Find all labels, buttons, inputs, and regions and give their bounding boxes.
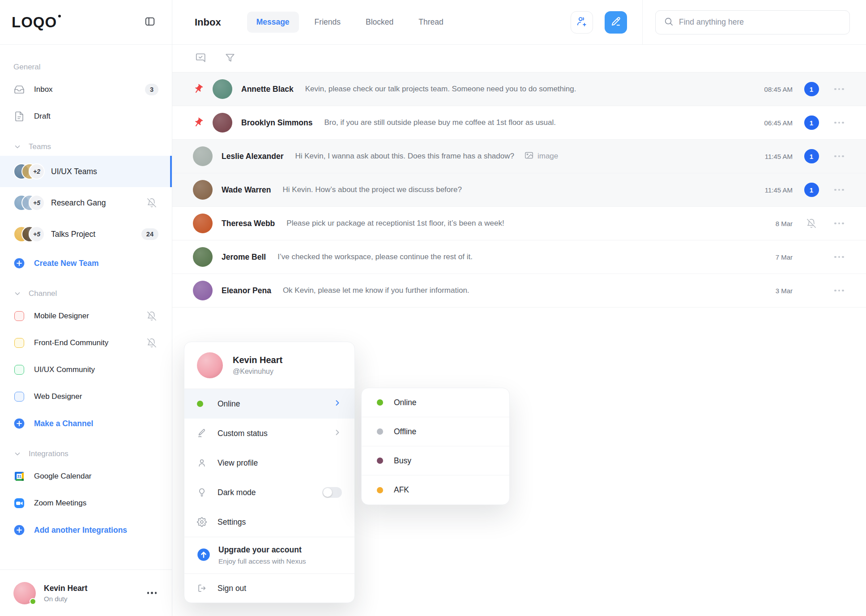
message-time: 8 Mar	[758, 220, 793, 227]
sidebar-item-label: UI/UX Community	[34, 365, 158, 374]
menu-item-sign-out[interactable]: Sign out	[184, 574, 354, 603]
section-header-teams[interactable]: Teams	[0, 142, 172, 151]
sidebar-item-integration[interactable]: Zoom Meetings	[0, 490, 172, 517]
upgrade-arrow-icon	[197, 548, 210, 563]
toggle-knob	[323, 488, 332, 497]
chevron-right-icon	[333, 428, 342, 439]
message-more-button[interactable]	[830, 189, 848, 191]
message-row[interactable]: Wade WarrenHi Kevin. How’s about the pro…	[172, 173, 866, 207]
sidebar-item-integration[interactable]: 31Google Calendar	[0, 463, 172, 490]
message-preview: I’ve checked the workspace, please conti…	[277, 252, 473, 261]
search-area	[642, 0, 866, 44]
section-header-channel[interactable]: Channel	[0, 289, 172, 298]
channel-swatch	[14, 338, 24, 348]
logo-dot	[58, 15, 61, 17]
message-row[interactable]: Eleanor PenaOk Kevin, please let me know…	[172, 274, 866, 308]
menu-item-custom-status[interactable]: Custom status	[184, 419, 354, 448]
bell-off-icon	[145, 311, 158, 321]
search-box[interactable]	[655, 10, 850, 34]
sidebar-scroll: General Inbox 3 Draft Teams +2UI/UX Team…	[0, 45, 172, 569]
sidebar-item-channel[interactable]: Mobile Designer	[0, 303, 172, 329]
message-more-button[interactable]	[830, 256, 848, 258]
sidebar-collapse-button[interactable]	[142, 14, 158, 30]
sidebar-item-channel[interactable]: Web Designer	[0, 383, 172, 410]
status-submenu: OnlineOfflineBusyAFK	[361, 388, 510, 505]
tab-message[interactable]: Message	[247, 12, 299, 33]
message-more-button[interactable]	[830, 290, 848, 292]
menu-item-settings[interactable]: Settings	[184, 507, 354, 537]
message-more-button[interactable]	[830, 222, 848, 225]
status-option-offline[interactable]: Offline	[362, 417, 509, 446]
message-time: 3 Mar	[758, 287, 793, 295]
create-new-team-link[interactable]: Create New Team	[0, 250, 172, 277]
filter-button[interactable]	[222, 50, 238, 67]
ellipsis-icon	[147, 592, 157, 594]
user-more-button[interactable]	[145, 590, 159, 596]
status-option-busy[interactable]: Busy	[362, 446, 509, 475]
message-row[interactable]: Brooklyn SimmonsBro, if you are still ou…	[172, 106, 866, 140]
dark-mode-toggle[interactable]	[322, 487, 342, 498]
profile-handle: @Kevinuhuy	[233, 368, 282, 376]
user-status: On duty	[44, 595, 145, 603]
sidebar-item-inbox[interactable]: Inbox 3	[0, 76, 172, 103]
status-dot	[377, 428, 383, 435]
page-title: Inbox	[195, 17, 221, 28]
plus-circle-icon	[13, 257, 25, 269]
message-row[interactable]: Theresa WebbPlease pick ur package at re…	[172, 207, 866, 240]
sidebar-item-draft[interactable]: Draft	[0, 103, 172, 130]
message-more-button[interactable]	[830, 155, 848, 158]
google-calendar-icon: 31	[13, 471, 25, 482]
message-row[interactable]: Jerome BellI’ve checked the workspace, p…	[172, 240, 866, 274]
message-preview: Kevin, please check our talk projects te…	[305, 85, 576, 94]
section-header-integrations[interactable]: Integrations	[0, 449, 172, 458]
search-input[interactable]	[679, 17, 841, 27]
message-time: 08:45 AM	[758, 86, 793, 93]
inbox-icon	[13, 84, 25, 95]
sign-out-icon	[197, 583, 209, 593]
tab-thread[interactable]: Thread	[409, 12, 452, 33]
avatar	[193, 146, 213, 166]
menu-item-view-profile[interactable]: View profile	[184, 448, 354, 478]
tab-blocked[interactable]: Blocked	[356, 12, 403, 33]
add-integration-link[interactable]: Add another Integrations	[0, 517, 172, 543]
message-more-button[interactable]	[830, 88, 848, 90]
make-a-channel-link[interactable]: Make a Channel	[0, 410, 172, 437]
sidebar-item-channel[interactable]: Front-End Community	[0, 329, 172, 356]
message-row[interactable]: Leslie AlexanderHi Kevin, I wanna ask ab…	[172, 140, 866, 173]
menu-item-upgrade[interactable]: Upgrade your account Enjoy full access w…	[184, 537, 354, 573]
sidebar-item-team[interactable]: +5Research Gang	[0, 187, 172, 218]
sidebar-user-card[interactable]: Kevin Heart On duty	[0, 569, 172, 616]
compose-button[interactable]	[605, 11, 627, 34]
channel-swatch	[14, 365, 24, 375]
message-meta: 08:45 AM1	[749, 82, 848, 96]
sidebar-item-team[interactable]: +5Talks Project24	[0, 218, 172, 250]
sender-name: Theresa Webb	[222, 219, 275, 228]
menu-item-online[interactable]: Online	[184, 389, 354, 419]
chevron-down-icon	[13, 290, 21, 298]
status-option-afk[interactable]: AFK	[362, 475, 509, 505]
message-list: Annette BlackKevin, please check our tal…	[172, 73, 866, 308]
sender-name: Brooklyn Simmons	[241, 118, 312, 128]
unread-badge: 1	[803, 149, 819, 163]
upgrade-title: Upgrade your account	[218, 545, 306, 555]
plus-circle-icon	[13, 418, 25, 429]
status-option-online[interactable]: Online	[362, 388, 509, 417]
attachment-chip[interactable]: image	[524, 150, 558, 163]
message-more-button[interactable]	[830, 122, 848, 124]
sidebar-item-team[interactable]: +2UI/UX Teams	[0, 156, 172, 187]
avatar	[213, 113, 232, 133]
message-preview: Ok Kevin, please let me know if you furt…	[283, 286, 469, 295]
tab-friends[interactable]: Friends	[305, 12, 350, 33]
sender-name: Eleanor Pena	[222, 286, 271, 295]
bell-off-icon	[145, 198, 158, 208]
pin-icon	[193, 84, 213, 94]
message-time: 06:45 AM	[758, 119, 793, 127]
message-row[interactable]: Annette BlackKevin, please check our tal…	[172, 73, 866, 106]
message-preview: Hi Kevin. How’s about the project we dis…	[283, 185, 462, 194]
sidebar-item-channel[interactable]: UI/UX Community	[0, 356, 172, 383]
sidebar-item-label: Google Calendar	[34, 472, 158, 481]
add-friend-button[interactable]	[571, 11, 593, 34]
menu-item-dark-mode[interactable]: Dark mode	[184, 478, 354, 507]
mark-read-button[interactable]	[193, 50, 208, 67]
svg-text:31: 31	[17, 474, 21, 479]
